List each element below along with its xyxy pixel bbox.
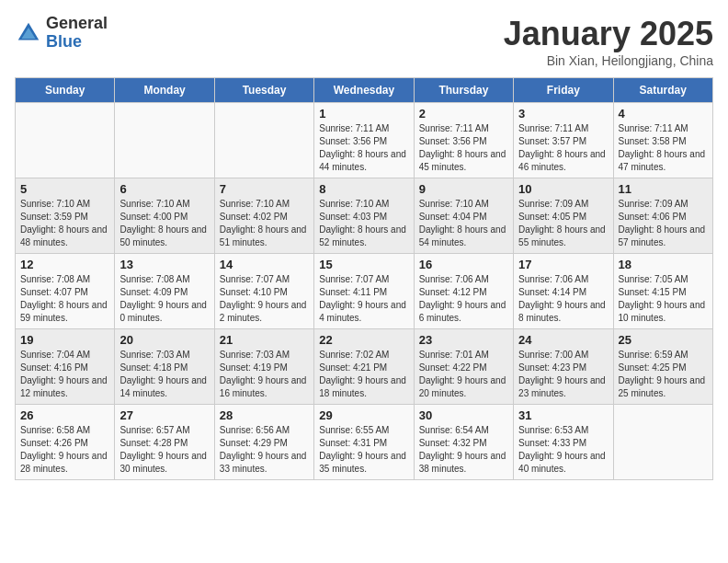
day-info: Sunrise: 7:11 AM Sunset: 3:58 PM Dayligh… xyxy=(619,122,708,174)
calendar-day-cell: 29Sunrise: 6:55 AM Sunset: 4:31 PM Dayli… xyxy=(314,405,414,480)
day-info: Sunrise: 7:09 AM Sunset: 4:05 PM Dayligh… xyxy=(518,198,608,249)
day-number: 30 xyxy=(419,408,508,422)
day-number: 15 xyxy=(319,258,408,271)
calendar-day-cell: 27Sunrise: 6:57 AM Sunset: 4:28 PM Dayli… xyxy=(115,405,214,480)
calendar-day-cell: 25Sunrise: 6:59 AM Sunset: 4:25 PM Dayli… xyxy=(613,329,712,405)
day-of-week-header: Monday xyxy=(115,78,214,103)
day-info: Sunrise: 7:00 AM Sunset: 4:23 PM Dayligh… xyxy=(518,349,608,400)
day-info: Sunrise: 6:53 AM Sunset: 4:33 PM Dayligh… xyxy=(518,424,608,476)
calendar-day-cell: 2Sunrise: 7:11 AM Sunset: 3:56 PM Daylig… xyxy=(414,103,513,178)
calendar-day-cell xyxy=(214,103,313,178)
day-info: Sunrise: 7:08 AM Sunset: 4:09 PM Dayligh… xyxy=(119,273,209,325)
calendar-day-cell xyxy=(16,103,115,178)
day-info: Sunrise: 7:01 AM Sunset: 4:22 PM Dayligh… xyxy=(419,349,508,400)
title-block: January 2025 Bin Xian, Heilongjiang, Chi… xyxy=(504,15,713,68)
day-number: 1 xyxy=(319,107,408,121)
calendar-day-cell: 18Sunrise: 7:05 AM Sunset: 4:15 PM Dayli… xyxy=(613,254,712,329)
calendar-day-cell: 8Sunrise: 7:10 AM Sunset: 4:03 PM Daylig… xyxy=(314,178,414,254)
day-of-week-header: Thursday xyxy=(414,78,513,103)
calendar-day-cell: 7Sunrise: 7:10 AM Sunset: 4:02 PM Daylig… xyxy=(214,178,313,254)
calendar-day-cell xyxy=(115,103,214,178)
day-info: Sunrise: 7:10 AM Sunset: 4:03 PM Dayligh… xyxy=(319,198,408,249)
day-number: 11 xyxy=(619,182,708,196)
day-number: 16 xyxy=(419,258,508,271)
day-info: Sunrise: 7:11 AM Sunset: 3:56 PM Dayligh… xyxy=(319,122,408,174)
logo-general-text: General xyxy=(46,15,108,33)
day-number: 14 xyxy=(220,258,309,271)
day-number: 17 xyxy=(518,258,608,271)
day-info: Sunrise: 7:05 AM Sunset: 4:15 PM Dayligh… xyxy=(619,273,708,325)
day-info: Sunrise: 7:11 AM Sunset: 3:57 PM Dayligh… xyxy=(518,122,608,174)
calendar-table: SundayMondayTuesdayWednesdayThursdayFrid… xyxy=(15,77,713,480)
day-of-week-header: Sunday xyxy=(16,78,115,103)
calendar-subtitle: Bin Xian, Heilongjiang, China xyxy=(504,53,713,68)
calendar-day-cell: 12Sunrise: 7:08 AM Sunset: 4:07 PM Dayli… xyxy=(16,254,115,329)
day-number: 2 xyxy=(419,107,508,121)
logo-blue-text: Blue xyxy=(46,33,108,52)
day-number: 12 xyxy=(20,258,109,271)
calendar-day-cell: 16Sunrise: 7:06 AM Sunset: 4:12 PM Dayli… xyxy=(414,254,513,329)
calendar-day-cell: 22Sunrise: 7:02 AM Sunset: 4:21 PM Dayli… xyxy=(314,329,414,405)
day-number: 5 xyxy=(20,182,109,196)
day-number: 19 xyxy=(20,333,109,347)
day-number: 28 xyxy=(220,408,309,422)
calendar-day-cell: 10Sunrise: 7:09 AM Sunset: 4:05 PM Dayli… xyxy=(514,178,613,254)
day-number: 9 xyxy=(419,182,508,196)
calendar-body: 1Sunrise: 7:11 AM Sunset: 3:56 PM Daylig… xyxy=(16,103,713,480)
calendar-week-row: 12Sunrise: 7:08 AM Sunset: 4:07 PM Dayli… xyxy=(16,254,713,329)
day-of-week-header: Saturday xyxy=(613,78,712,103)
calendar-day-cell: 17Sunrise: 7:06 AM Sunset: 4:14 PM Dayli… xyxy=(514,254,613,329)
page-header: General Blue January 2025 Bin Xian, Heil… xyxy=(15,15,713,68)
day-info: Sunrise: 6:57 AM Sunset: 4:28 PM Dayligh… xyxy=(119,424,209,476)
day-of-week-header: Tuesday xyxy=(214,78,313,103)
day-number: 26 xyxy=(20,408,109,422)
calendar-day-cell: 23Sunrise: 7:01 AM Sunset: 4:22 PM Dayli… xyxy=(414,329,513,405)
day-info: Sunrise: 7:03 AM Sunset: 4:19 PM Dayligh… xyxy=(220,349,309,400)
day-number: 8 xyxy=(319,182,408,196)
calendar-day-cell: 14Sunrise: 7:07 AM Sunset: 4:10 PM Dayli… xyxy=(214,254,313,329)
day-number: 6 xyxy=(119,182,209,196)
days-of-week-row: SundayMondayTuesdayWednesdayThursdayFrid… xyxy=(16,78,713,103)
day-number: 3 xyxy=(518,107,608,121)
day-number: 18 xyxy=(619,258,708,271)
day-number: 22 xyxy=(319,333,408,347)
calendar-day-cell: 20Sunrise: 7:03 AM Sunset: 4:18 PM Dayli… xyxy=(115,329,214,405)
calendar-week-row: 5Sunrise: 7:10 AM Sunset: 3:59 PM Daylig… xyxy=(16,178,713,254)
calendar-day-cell: 21Sunrise: 7:03 AM Sunset: 4:19 PM Dayli… xyxy=(214,329,313,405)
day-info: Sunrise: 6:55 AM Sunset: 4:31 PM Dayligh… xyxy=(319,424,408,476)
day-of-week-header: Friday xyxy=(514,78,613,103)
calendar-day-cell: 15Sunrise: 7:07 AM Sunset: 4:11 PM Dayli… xyxy=(314,254,414,329)
day-number: 7 xyxy=(220,182,309,196)
day-info: Sunrise: 7:09 AM Sunset: 4:06 PM Dayligh… xyxy=(619,198,708,249)
day-info: Sunrise: 7:07 AM Sunset: 4:10 PM Dayligh… xyxy=(220,273,309,325)
day-info: Sunrise: 7:11 AM Sunset: 3:56 PM Dayligh… xyxy=(419,122,508,174)
calendar-day-cell: 3Sunrise: 7:11 AM Sunset: 3:57 PM Daylig… xyxy=(514,103,613,178)
calendar-day-cell: 9Sunrise: 7:10 AM Sunset: 4:04 PM Daylig… xyxy=(414,178,513,254)
calendar-day-cell xyxy=(613,405,712,480)
day-info: Sunrise: 7:07 AM Sunset: 4:11 PM Dayligh… xyxy=(319,273,408,325)
day-info: Sunrise: 6:56 AM Sunset: 4:29 PM Dayligh… xyxy=(220,424,309,476)
day-info: Sunrise: 7:10 AM Sunset: 4:04 PM Dayligh… xyxy=(419,198,508,249)
calendar-day-cell: 31Sunrise: 6:53 AM Sunset: 4:33 PM Dayli… xyxy=(514,405,613,480)
calendar-day-cell: 11Sunrise: 7:09 AM Sunset: 4:06 PM Dayli… xyxy=(613,178,712,254)
day-number: 24 xyxy=(518,333,608,347)
calendar-week-row: 26Sunrise: 6:58 AM Sunset: 4:26 PM Dayli… xyxy=(16,405,713,480)
calendar-week-row: 19Sunrise: 7:04 AM Sunset: 4:16 PM Dayli… xyxy=(16,329,713,405)
day-number: 4 xyxy=(619,107,708,121)
logo-icon xyxy=(15,19,42,47)
day-number: 25 xyxy=(619,333,708,347)
day-info: Sunrise: 7:08 AM Sunset: 4:07 PM Dayligh… xyxy=(20,273,109,325)
day-info: Sunrise: 7:06 AM Sunset: 4:14 PM Dayligh… xyxy=(518,273,608,325)
calendar-day-cell: 28Sunrise: 6:56 AM Sunset: 4:29 PM Dayli… xyxy=(214,405,313,480)
day-number: 10 xyxy=(518,182,608,196)
calendar-day-cell: 1Sunrise: 7:11 AM Sunset: 3:56 PM Daylig… xyxy=(314,103,414,178)
calendar-day-cell: 19Sunrise: 7:04 AM Sunset: 4:16 PM Dayli… xyxy=(16,329,115,405)
calendar-day-cell: 4Sunrise: 7:11 AM Sunset: 3:58 PM Daylig… xyxy=(613,103,712,178)
day-number: 21 xyxy=(220,333,309,347)
day-info: Sunrise: 6:59 AM Sunset: 4:25 PM Dayligh… xyxy=(619,349,708,400)
day-number: 29 xyxy=(319,408,408,422)
day-number: 27 xyxy=(119,408,209,422)
calendar-day-cell: 24Sunrise: 7:00 AM Sunset: 4:23 PM Dayli… xyxy=(514,329,613,405)
day-info: Sunrise: 7:10 AM Sunset: 4:02 PM Dayligh… xyxy=(220,198,309,249)
calendar-title: January 2025 xyxy=(504,15,713,53)
